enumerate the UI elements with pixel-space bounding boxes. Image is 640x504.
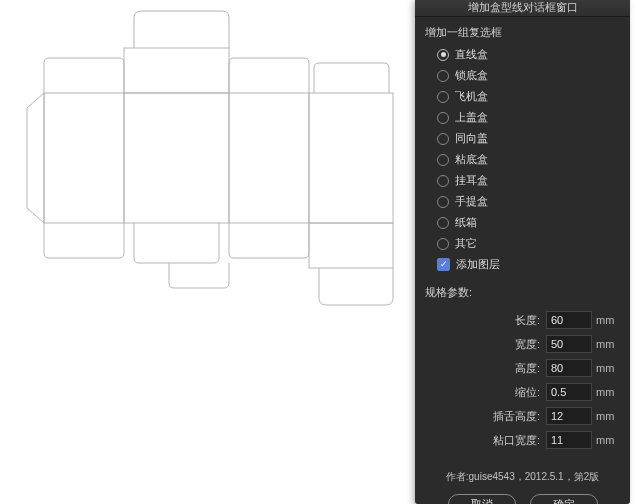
box-dieline-preview [24,8,394,368]
params-label: 规格参数: [425,285,620,300]
radio-icon [437,238,449,250]
param-name: 缩位: [515,385,546,400]
option-add-layer[interactable]: ✓ 添加图层 [437,254,620,275]
dialog-title: 增加盒型线对话框窗口 [415,0,630,17]
option-label: 粘底盒 [455,152,488,167]
glue-width-input[interactable] [546,431,592,449]
option-same-direction-lid[interactable]: 同向盖 [437,128,620,149]
dialog-window: 增加盒型线对话框窗口 增加一组复选框 直线盒 锁底盒 飞机盒 上盖盒 [415,0,630,504]
param-width: 宽度: mm [425,332,620,356]
radio-icon [437,154,449,166]
param-unit: mm [592,314,620,326]
option-top-cover-box[interactable]: 上盖盒 [437,107,620,128]
param-height: 高度: mm [425,356,620,380]
cancel-button[interactable]: 取消 [448,494,516,504]
option-hang-tab-box[interactable]: 挂耳盒 [437,170,620,191]
svg-rect-2 [229,93,309,223]
tuck-height-input[interactable] [546,407,592,425]
param-name: 宽度: [515,337,546,352]
option-handle-box[interactable]: 手提盒 [437,191,620,212]
radio-icon [437,112,449,124]
height-input[interactable] [546,359,592,377]
param-unit: mm [592,338,620,350]
option-label: 锁底盒 [455,68,488,83]
radio-icon [437,70,449,82]
option-carton[interactable]: 纸箱 [437,212,620,233]
radio-icon [437,217,449,229]
svg-rect-5 [309,223,393,268]
option-other[interactable]: 其它 [437,233,620,254]
param-unit: mm [592,410,620,422]
radio-icon [437,175,449,187]
option-label: 其它 [455,236,477,251]
checkbox-icon: ✓ [437,258,450,271]
param-name: 长度: [515,313,546,328]
box-type-options: 直线盒 锁底盒 飞机盒 上盖盒 同向盖 [425,44,620,275]
length-input[interactable] [546,311,592,329]
radio-icon [437,91,449,103]
param-unit: mm [592,386,620,398]
option-label: 手提盒 [455,194,488,209]
param-name: 粘口宽度: [493,433,546,448]
param-length: 长度: mm [425,308,620,332]
radio-icon [437,133,449,145]
option-glue-bottom-box[interactable]: 粘底盒 [437,149,620,170]
svg-rect-0 [44,93,124,223]
option-label: 上盖盒 [455,110,488,125]
svg-rect-3 [309,93,393,223]
param-name: 高度: [515,361,546,376]
radio-icon [437,196,449,208]
width-input[interactable] [546,335,592,353]
option-group-label: 增加一组复选框 [425,25,620,40]
param-glue-width: 粘口宽度: mm [425,428,620,452]
option-label: 添加图层 [456,257,500,272]
param-unit: mm [592,434,620,446]
shrink-input[interactable] [546,383,592,401]
svg-rect-1 [124,93,229,223]
svg-rect-4 [124,48,229,93]
param-name: 插舌高度: [493,409,546,424]
param-rows: 长度: mm 宽度: mm 高度: mm 缩位: mm [425,308,620,452]
option-label: 飞机盒 [455,89,488,104]
radio-icon [437,49,449,61]
option-lock-bottom-box[interactable]: 锁底盒 [437,65,620,86]
param-shrink: 缩位: mm [425,380,620,404]
ok-button[interactable]: 确定 [530,494,598,504]
param-unit: mm [592,362,620,374]
footer-note: 作者:guise4543，2012.5.1，第2版 [425,470,620,484]
param-tuck-height: 插舌高度: mm [425,404,620,428]
option-straight-box[interactable]: 直线盒 [437,44,620,65]
option-label: 直线盒 [455,47,488,62]
option-label: 挂耳盒 [455,173,488,188]
option-airplane-box[interactable]: 飞机盒 [437,86,620,107]
option-label: 纸箱 [455,215,477,230]
option-label: 同向盖 [455,131,488,146]
